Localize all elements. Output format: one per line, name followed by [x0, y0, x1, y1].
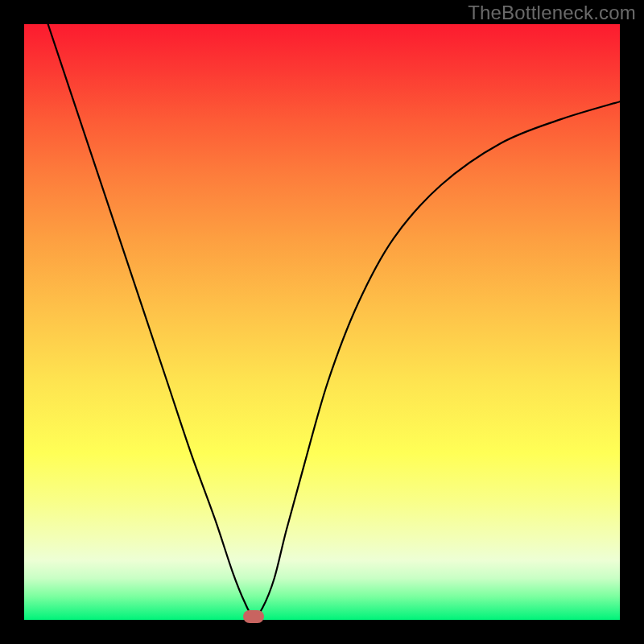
chart-frame: TheBottleneck.com: [0, 0, 644, 644]
plot-area: [24, 24, 620, 620]
curve-svg: [24, 24, 620, 620]
watermark-text: TheBottleneck.com: [468, 2, 636, 24]
curve-path: [48, 24, 620, 617]
min-marker: [243, 610, 264, 623]
